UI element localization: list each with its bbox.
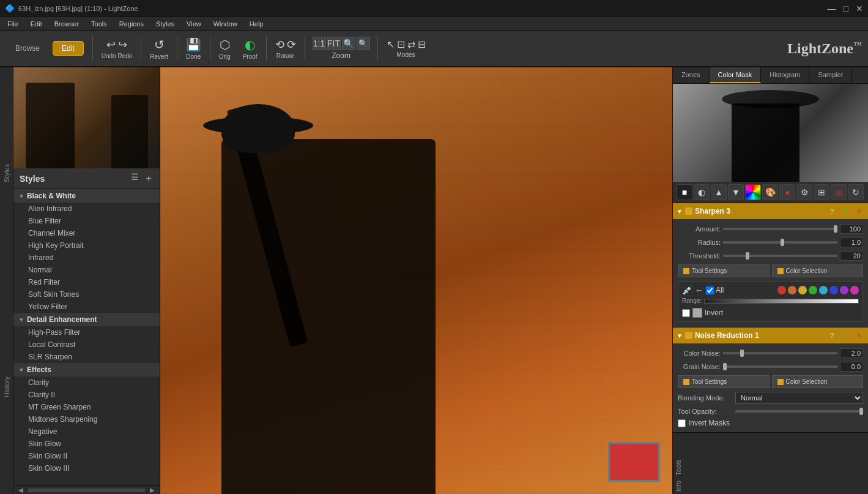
style-local-contrast[interactable]: Local Contrast xyxy=(13,339,160,351)
menu-styles[interactable]: Styles xyxy=(151,19,179,29)
style-clarity[interactable]: Clarity xyxy=(13,376,160,389)
style-skin-glow[interactable]: Skin Glow xyxy=(13,438,160,450)
noise-check-button[interactable]: ✓ xyxy=(840,330,851,341)
all-checkbox[interactable] xyxy=(706,286,714,294)
invert-masks-checkbox[interactable] xyxy=(678,419,686,427)
proof-group[interactable]: ◐ Proof xyxy=(237,37,264,60)
browse-tab[interactable]: Browse xyxy=(6,41,49,56)
sharpen-help-button[interactable]: ? xyxy=(826,206,837,217)
grain-noise-thumb[interactable] xyxy=(723,363,727,370)
threshold-value[interactable] xyxy=(840,251,863,261)
style-normal[interactable]: Normal xyxy=(13,264,160,276)
invert-checkbox[interactable] xyxy=(682,309,690,317)
style-clarity-ii[interactable]: Clarity II xyxy=(13,389,160,401)
tool-refresh-icon[interactable]: ↻ xyxy=(848,184,864,200)
style-soft-skin-tones[interactable]: Soft Skin Tones xyxy=(13,288,160,301)
maximize-button[interactable]: □ xyxy=(844,4,848,13)
style-midtones-sharpening[interactable]: Midtones Sharpening xyxy=(13,413,160,425)
zoom-out-button[interactable]: 🔍 xyxy=(357,37,370,50)
flip-icon[interactable]: ⇄ xyxy=(407,39,415,50)
radius-thumb[interactable] xyxy=(781,239,784,246)
tool-triangle-icon[interactable]: ▲ xyxy=(711,184,727,200)
arrow-icon[interactable]: ← xyxy=(695,285,703,295)
style-alien-infrared[interactable]: Alien Infrared xyxy=(13,203,160,215)
style-skin-glow-ii[interactable]: Skin Glow II xyxy=(13,450,160,462)
style-infrared[interactable]: Infrared xyxy=(13,252,160,264)
radius-value[interactable] xyxy=(840,238,863,247)
tab-color-mask[interactable]: Color Mask xyxy=(710,67,762,83)
styles-sidebar-label[interactable]: Styles xyxy=(2,159,12,187)
tab-histogram[interactable]: Histogram xyxy=(761,67,809,83)
noise-help-button[interactable]: ? xyxy=(826,330,837,341)
style-highpass-filter[interactable]: High-Pass Filter xyxy=(13,326,160,339)
edit-tab[interactable]: Edit xyxy=(53,41,84,56)
noise-tool-settings-button[interactable]: Tool Settings xyxy=(678,375,770,388)
category-detail[interactable]: ▼ Detail Enhancement xyxy=(13,313,160,326)
sharpen-tool-header[interactable]: ▼ Sharpen 3 ? ✓ ✕ xyxy=(673,203,868,219)
opacity-slider[interactable] xyxy=(735,410,863,413)
color-selection-button[interactable]: Color Selection xyxy=(772,264,864,277)
info-sidebar-label[interactable]: Info xyxy=(675,481,684,492)
scroll-track[interactable] xyxy=(28,488,145,492)
red-dot[interactable] xyxy=(777,286,786,294)
done-group[interactable]: 💾 Done xyxy=(180,37,207,60)
close-button[interactable]: ✕ xyxy=(856,4,863,13)
eyedropper-icon[interactable]: 💉 xyxy=(682,285,692,295)
category-effects[interactable]: ▼ Effects xyxy=(13,363,160,376)
zoom-in-button[interactable]: 🔍 xyxy=(342,37,355,50)
tab-sampler[interactable]: Sampler xyxy=(809,67,852,83)
menu-tools[interactable]: Tools xyxy=(86,19,112,29)
tool-settings-gear-icon[interactable]: ⚙ xyxy=(796,184,812,200)
purple-dot[interactable] xyxy=(840,286,848,294)
cyan-dot[interactable] xyxy=(819,286,828,294)
style-blue-filter[interactable]: Blue Filter xyxy=(13,215,160,227)
crop-icon[interactable]: ⊡ xyxy=(397,39,405,50)
opacity-thumb[interactable] xyxy=(859,408,863,415)
orig-group[interactable]: ⬡ Orig xyxy=(213,37,237,60)
style-slr-sharpen[interactable]: SLR Sharpen xyxy=(13,351,160,363)
amount-value[interactable] xyxy=(840,224,863,234)
style-mt-green-sharpen[interactable]: MT Green Sharpen xyxy=(13,401,160,413)
menu-regions[interactable]: Regions xyxy=(114,19,149,29)
zoom-11-button[interactable]: 1:1 xyxy=(313,37,326,50)
style-red-filter[interactable]: Red Filter xyxy=(13,276,160,288)
range-slider[interactable] xyxy=(704,299,859,304)
noise-color-selection-button[interactable]: Color Selection xyxy=(772,375,864,388)
cursor-icon[interactable]: ↖ xyxy=(387,39,395,50)
image-area[interactable] xyxy=(160,67,672,494)
color-noise-value[interactable] xyxy=(840,348,863,358)
orange-dot[interactable] xyxy=(788,286,796,294)
minimize-button[interactable]: — xyxy=(828,4,836,13)
menu-file[interactable]: File xyxy=(2,19,23,29)
tools-sidebar-label[interactable]: Tools xyxy=(675,460,684,476)
style-negative[interactable]: Negative xyxy=(13,425,160,438)
category-bw[interactable]: ▼ Black & White xyxy=(13,189,160,203)
scroll-right-arrow[interactable]: ▶ xyxy=(147,487,157,493)
tool-color-wheel-icon[interactable] xyxy=(745,184,761,200)
horizontal-scrollbar[interactable]: ◀ ▶ xyxy=(13,485,160,494)
revert-group[interactable]: ↺ Revert xyxy=(144,37,174,60)
noise-reduction-tool-header[interactable]: ▼ Noise Reduction 1 ? ✓ ✕ xyxy=(673,327,868,343)
styles-add-icon[interactable]: ＋ xyxy=(144,172,154,185)
yellow-dot[interactable] xyxy=(798,286,807,294)
tool-palette-icon[interactable]: 🎨 xyxy=(762,184,778,200)
menu-view[interactable]: View xyxy=(182,19,206,29)
bookmark-icon[interactable]: ⊟ xyxy=(418,39,426,50)
undo-redo-group[interactable]: ↩ ↪ Undo Redo xyxy=(95,38,139,59)
sharpen-check-button[interactable]: ✓ xyxy=(840,206,851,217)
tool-settings-button[interactable]: Tool Settings xyxy=(678,264,770,277)
tool-red-dot-icon[interactable]: ● xyxy=(779,184,795,200)
noise-close-button[interactable]: ✕ xyxy=(853,330,864,341)
menu-window[interactable]: Window xyxy=(209,19,242,29)
history-sidebar-label[interactable]: History xyxy=(2,372,12,402)
rotate-group[interactable]: ⟲ ⟳ Rotate xyxy=(269,38,302,59)
zoom-fit-button[interactable]: FIT xyxy=(327,37,341,50)
color-noise-thumb[interactable] xyxy=(740,350,744,357)
style-high-key-portrait[interactable]: High Key Portrait xyxy=(13,239,160,252)
threshold-thumb[interactable] xyxy=(746,252,749,260)
styles-list-icon[interactable]: ☰ xyxy=(131,172,139,185)
scroll-left-arrow[interactable]: ◀ xyxy=(16,487,26,493)
green-dot[interactable] xyxy=(809,286,817,294)
tool-circle-icon[interactable]: ◐ xyxy=(694,184,710,200)
blending-mode-select[interactable]: Normal Multiply Screen Overlay Darken Li… xyxy=(735,392,863,404)
